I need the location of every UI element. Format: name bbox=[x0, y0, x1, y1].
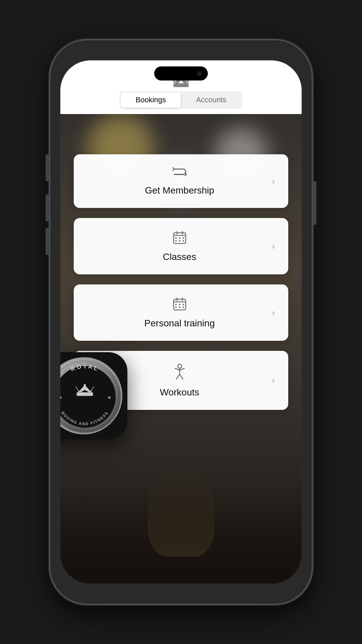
personal-training-label: Personal training bbox=[144, 318, 215, 329]
personal-training-card[interactable]: Personal training › bbox=[74, 284, 288, 341]
svg-point-44 bbox=[78, 391, 79, 392]
membership-label: Get Membership bbox=[145, 185, 214, 196]
svg-point-4 bbox=[187, 82, 189, 84]
classes-chevron: › bbox=[272, 241, 275, 252]
person-icon bbox=[172, 363, 187, 382]
svg-point-46 bbox=[76, 387, 77, 388]
svg-rect-14 bbox=[183, 237, 184, 239]
svg-point-45 bbox=[90, 391, 92, 392]
menu-card-left-2: Classes bbox=[87, 230, 272, 262]
classes-label: Classes bbox=[163, 252, 196, 262]
workouts-chevron: › bbox=[272, 375, 275, 386]
svg-rect-1 bbox=[174, 84, 188, 87]
svg-rect-13 bbox=[179, 237, 180, 239]
calendar-icon-2 bbox=[172, 297, 187, 313]
svg-rect-25 bbox=[175, 307, 177, 308]
svg-rect-23 bbox=[179, 304, 180, 305]
membership-chevron: › bbox=[272, 176, 275, 186]
svg-rect-27 bbox=[183, 307, 184, 308]
svg-point-3 bbox=[174, 82, 175, 84]
tab-bookings[interactable]: Bookings bbox=[121, 92, 181, 108]
dynamic-island bbox=[154, 66, 208, 80]
svg-rect-12 bbox=[175, 237, 177, 239]
camera bbox=[197, 71, 202, 76]
menu-card-left: Get Membership bbox=[87, 166, 272, 196]
svg-rect-17 bbox=[183, 240, 184, 241]
repeat-icon bbox=[172, 166, 187, 180]
content-area: Get Membership › bbox=[60, 114, 302, 584]
svg-line-32 bbox=[176, 374, 180, 379]
svg-text:★: ★ bbox=[60, 395, 63, 400]
svg-point-47 bbox=[93, 387, 94, 388]
svg-rect-24 bbox=[183, 304, 184, 305]
workouts-label: Workouts bbox=[160, 387, 199, 398]
classes-card[interactable]: Classes › bbox=[74, 218, 288, 274]
svg-rect-42 bbox=[77, 392, 93, 396]
personal-training-chevron: › bbox=[272, 308, 275, 318]
svg-rect-22 bbox=[175, 304, 177, 305]
menu-card-left-3: Personal training bbox=[87, 297, 272, 329]
calendar-icon bbox=[172, 230, 187, 247]
tab-accounts[interactable]: Accounts bbox=[181, 92, 241, 108]
svg-rect-15 bbox=[175, 240, 177, 241]
svg-point-28 bbox=[178, 364, 182, 368]
svg-rect-16 bbox=[179, 240, 180, 241]
get-membership-card[interactable]: Get Membership › bbox=[74, 154, 288, 208]
app-icon: ★ ★ ROYAL BOXING AND FITNESS bbox=[60, 352, 127, 439]
svg-rect-26 bbox=[179, 307, 180, 308]
svg-point-43 bbox=[84, 384, 86, 386]
phone-frame: Bookings Accounts Get Membe bbox=[50, 40, 312, 604]
phone-screen: Bookings Accounts Get Membe bbox=[60, 60, 302, 584]
segment-control: Bookings Accounts bbox=[120, 91, 242, 109]
svg-text:★: ★ bbox=[107, 395, 112, 400]
app-icon-badge: ★ ★ ROYAL BOXING AND FITNESS bbox=[60, 357, 122, 434]
svg-line-33 bbox=[180, 374, 183, 379]
